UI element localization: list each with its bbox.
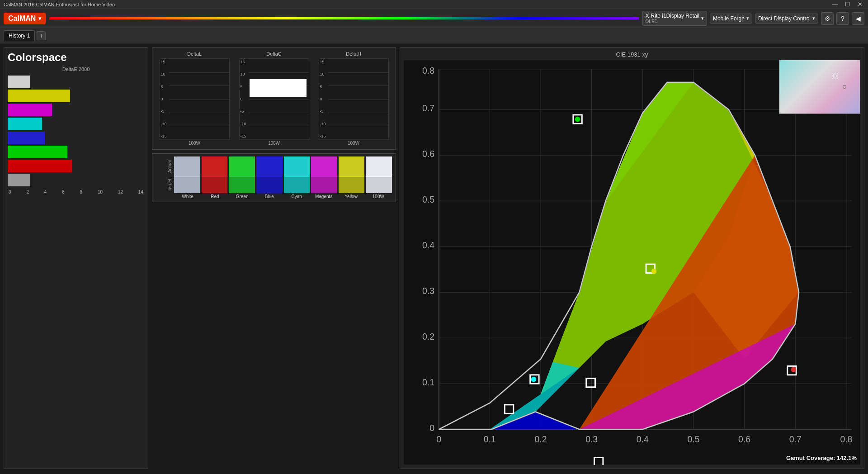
grid-line [169,126,229,126]
grid-line [169,139,229,140]
delta-l-title: DeltaL [187,51,202,57]
meter-selector[interactable]: X-Rite i1Display Retail OLED ▾ [642,11,707,26]
tab-history1[interactable]: History 1 [4,30,35,41]
right-toolbar: X-Rite i1Display Retail OLED ▾ Mobile Fo… [642,11,864,26]
svg-text:0.6: 0.6 [738,434,750,444]
inset-marker-1 [833,74,837,78]
grid-line [328,113,388,113]
delta-l-y-axis: 15 10 5 0 -5 -10 -15 [160,59,168,139]
yellow-target [651,269,657,274]
close-button[interactable]: ✕ [856,1,864,8]
swatch-col [229,156,255,193]
grid-line [249,113,309,113]
bar-row [8,118,144,130]
bar-fill [8,146,67,158]
bar-row [8,104,144,116]
swatch-actual [366,156,392,177]
svg-text:0: 0 [429,423,434,433]
calman-logo: CalMAN ▾ [4,13,46,24]
bar-row [8,76,144,88]
delta-c-area: 15 10 5 0 -5 -10 -15 [239,58,309,140]
swatch-target [284,177,310,193]
colorspace-title: Colorspace [8,51,144,64]
deltae-label: DeltaE 2000 [8,66,144,72]
svg-text:0.3: 0.3 [422,286,434,296]
top-toolbar: CalMAN ▾ X-Rite i1Display Retail OLED ▾ … [0,9,868,28]
meter-dropdown-arrow[interactable]: ▾ [701,15,704,21]
main-content: Colorspace DeltaE 2000 0 2 4 6 8 10 12 1… [0,43,868,474]
delta-c-axis-label: 100W [268,141,280,146]
swatch-actual [174,156,200,177]
maximize-button[interactable]: ☐ [843,1,852,8]
delta-h-y-axis: 15 10 5 0 -5 -10 -15 [319,59,327,139]
svg-text:0.3: 0.3 [585,434,598,444]
bar-row [8,146,144,158]
swatch-col [174,156,200,193]
cie-chart-area: 0 0.1 0.2 0.3 0.4 0.5 0.6 0.7 0.8 0 0.1 … [404,60,860,465]
workflow-selector[interactable]: Mobile Forge ▾ [710,14,752,24]
grid-line [328,126,388,126]
swatch-col [284,156,310,193]
delta-c-white-bar [250,79,307,97]
gear-button[interactable]: ⚙ [821,12,834,25]
target-label: Target [167,177,172,193]
question-icon: ? [841,15,844,22]
delta-l-chart: DeltaL 15 10 5 0 -5 -10 -15 [156,51,233,146]
swatch-label: White [174,194,201,199]
delta-c-chart: DeltaC 15 10 5 0 -5 -10 -15 [236,51,312,146]
green-target [575,117,580,122]
swatch-target [256,177,283,193]
inset-marker-2 [843,85,846,89]
swatch-target [366,177,392,193]
delta-h-area: 15 10 5 0 -5 -10 -15 [319,58,389,140]
collapse-button[interactable]: ◀ [852,12,864,25]
bar-fill [8,132,45,144]
svg-text:0.5: 0.5 [687,434,699,444]
bar-row [8,132,144,144]
title-bar: CalMAN 2016 CalMAN Enthusiast for Home V… [0,0,868,9]
display-selector[interactable]: Direct Display Control ▾ [755,14,818,24]
swatch-label: Magenta [310,194,337,199]
delta-c-y-axis: 15 10 5 0 -5 -10 -15 [240,59,247,139]
workflow-dropdown-arrow[interactable]: ▾ [746,15,749,21]
grid-line [249,72,309,73]
minimize-button[interactable]: — [830,1,840,8]
swatch-actual [339,156,365,177]
add-tab-button[interactable]: + [37,31,46,40]
cyan-target [531,377,537,382]
swatch-actual [311,156,337,177]
swatch-col [202,156,228,193]
grid-line-center [249,99,309,100]
bar-fill [8,174,30,186]
delta-c-title: DeltaC [266,51,282,57]
svg-text:0.8: 0.8 [840,434,852,444]
display-dropdown-arrow[interactable]: ▾ [812,15,815,21]
grid-line [169,85,229,86]
display-name: Direct Display Control [758,15,811,22]
delta-h-title: DeltaH [346,51,361,57]
bar-chart [8,74,144,188]
swatch-actual [256,156,283,177]
bar-fill [8,76,30,88]
delta-charts: DeltaL 15 10 5 0 -5 -10 -15 [152,47,396,150]
cie-title: CIE 1931 xy [404,51,860,58]
swatch-row [174,156,392,193]
svg-text:0.7: 0.7 [789,434,802,444]
svg-text:0.1: 0.1 [422,377,434,387]
svg-text:0.4: 0.4 [422,240,434,250]
bar-row [8,90,144,102]
top-section: Colorspace DeltaE 2000 0 2 4 6 8 10 12 1… [0,43,868,473]
logo-dropdown[interactable]: ▾ [38,15,41,22]
app-name: CalMAN [8,14,36,23]
help-button[interactable]: ? [836,12,849,25]
bar-axis: 0 2 4 6 8 10 12 14 [8,190,144,194]
actual-label: Actual [167,156,172,177]
swatch-panel: Actual Target WhiteRedGreenBlueCyanMagen… [152,153,396,202]
swatch-label: Red [201,194,228,199]
swatch-target [311,177,337,193]
svg-text:0.6: 0.6 [422,149,434,159]
swatch-labels-row: WhiteRedGreenBlueCyanMagentaYellow100W [156,193,392,199]
delta-l-axis-label: 100W [189,141,200,146]
svg-text:0.2: 0.2 [535,434,547,444]
svg-text:0.7: 0.7 [422,103,434,113]
